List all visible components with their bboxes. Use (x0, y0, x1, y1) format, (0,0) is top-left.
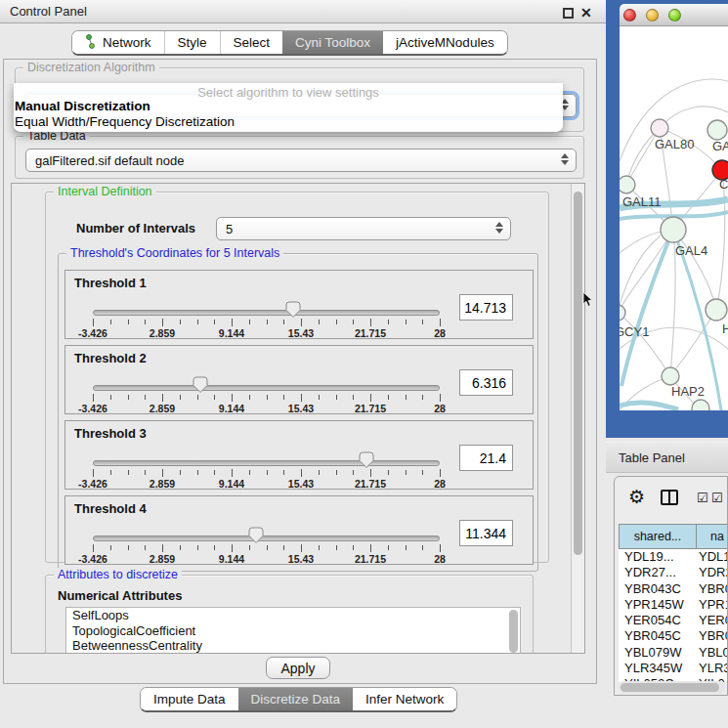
close-traffic-light[interactable] (623, 9, 636, 21)
slider-track[interactable] (93, 535, 440, 541)
attribute-list-item[interactable]: BetweennessCentrality (66, 638, 520, 654)
tick-mark (301, 469, 302, 477)
tick-mark (197, 545, 198, 550)
tick-mark (336, 470, 337, 475)
tab-select[interactable]: Select (220, 31, 283, 54)
algorithm-option-equal-width[interactable]: Equal Width/Frequency Discretization (14, 114, 563, 130)
threshold-value-input[interactable] (459, 369, 513, 396)
minimize-traffic-light[interactable] (646, 9, 659, 21)
table-row[interactable]: YPR145WYPR1 (619, 597, 728, 613)
table-hscrollbar-thumb[interactable] (621, 683, 719, 692)
scrollpane-vscrollbar[interactable] (571, 184, 584, 653)
tick-label: 9.144 (219, 478, 244, 490)
table-hscrollbar[interactable] (619, 681, 725, 694)
threshold-value-input[interactable] (459, 520, 513, 546)
table-row[interactable]: YLR345WYLR3 (619, 661, 728, 676)
float-window-icon[interactable] (563, 8, 574, 19)
network-node-HAP2[interactable] (662, 367, 679, 385)
cell-shared-name: YPR145W (619, 597, 699, 613)
slider-track[interactable] (93, 310, 440, 316)
cell-shared-name: YLR345W (619, 661, 699, 676)
checkbox-icon[interactable]: ☑ (711, 491, 723, 505)
tick-mark (353, 395, 354, 400)
list-scrollbar-thumb[interactable] (509, 610, 518, 653)
network-node-top-right-node[interactable] (707, 120, 727, 140)
mouse-cursor (582, 292, 594, 312)
split-view-icon[interactable] (661, 490, 678, 505)
attribute-list-item[interactable]: TopologicalCoefficient (66, 623, 520, 639)
close-icon[interactable]: ✕ (580, 5, 592, 21)
network-edge-highlighted[interactable] (621, 230, 673, 386)
table-data-combobox[interactable]: galFiltered.sif default node (25, 149, 577, 172)
column-header-name[interactable]: na (697, 524, 728, 549)
algorithm-option-manual[interactable]: Manual Discretization (14, 99, 563, 114)
network-edge-highlighted[interactable] (620, 403, 678, 409)
tick-mark (370, 319, 371, 326)
table-row[interactable]: YDL19...YDL1 (619, 549, 728, 565)
table-row[interactable]: YDR27...YDR2 (619, 565, 728, 580)
tick-mark (128, 395, 129, 400)
tick-mark (319, 545, 320, 550)
tab-style-label: Style (178, 35, 207, 50)
tick-mark (336, 545, 337, 550)
attribute-list-item[interactable]: SelfLoops (66, 608, 520, 623)
interval-definition-group: Interval Definition Number of Intervals … (45, 192, 549, 563)
tab-network-label: Network (103, 35, 151, 50)
numerical-attributes-list: SelfLoopsTopologicalCoefficientBetweenne… (65, 607, 521, 654)
tab-style[interactable]: Style (164, 31, 220, 54)
table-row[interactable]: YBR043CYBR0 (619, 581, 728, 597)
tab-jactivemnodules[interactable]: jActiveMNodules (383, 31, 507, 54)
slider-track[interactable] (93, 385, 440, 391)
discretization-algorithm-group-title: Discretization Algorithm (23, 61, 159, 74)
tab-cyni-toolbox[interactable]: Cyni Toolbox (282, 31, 383, 54)
network-node-GAL4[interactable] (661, 217, 686, 242)
tick-mark (232, 394, 233, 402)
network-canvas[interactable]: GAL80GALCGAL11GAL4GCY1HHAP2 (620, 26, 728, 410)
slider-thumb[interactable] (285, 301, 301, 319)
slider-thumb[interactable] (193, 376, 208, 394)
slider-thumb[interactable] (359, 451, 374, 469)
zoom-traffic-light[interactable] (668, 9, 681, 21)
slider-track[interactable] (93, 460, 440, 466)
network-node-GAL11[interactable] (620, 176, 635, 193)
tick-label: 2.859 (150, 327, 175, 339)
tick-label: 2.859 (150, 553, 175, 565)
tab-jactivemnodules-label: jActiveMNodules (396, 35, 494, 50)
tab-select-label: Select (234, 35, 271, 50)
table-row[interactable]: YBL079WYBL0 (619, 645, 728, 661)
gear-icon[interactable]: ⚙ (628, 486, 645, 508)
tick-mark (440, 319, 441, 326)
table-row[interactable]: YBR045CYBR0 (619, 628, 728, 644)
cell-shared-name: YER054C (619, 613, 699, 628)
threshold-value-input[interactable] (459, 445, 513, 471)
tick-mark (406, 545, 407, 550)
tab-impute-data[interactable]: Impute Data (141, 688, 238, 710)
slider-thumb[interactable] (248, 527, 264, 544)
threshold-value-input[interactable] (459, 294, 513, 321)
slider-zone: -3.4262.8599.14415.4321.71528 (93, 496, 440, 566)
checkbox-icon[interactable]: ☑ (697, 491, 708, 505)
number-of-intervals-combobox[interactable]: 5 (216, 217, 511, 240)
tab-network[interactable]: Network (72, 31, 164, 54)
algorithm-popup-hint: Select algorithm to view settings (14, 83, 563, 99)
tab-discretize-data[interactable]: Discretize Data (238, 688, 354, 710)
tick-mark (422, 470, 423, 475)
tick-label: 21.715 (355, 478, 386, 490)
network-node-right-node[interactable] (706, 299, 727, 321)
table-row[interactable]: YER054CYER0 (619, 613, 728, 628)
slider-zone: -3.4262.8599.14415.4321.71528 (93, 346, 440, 415)
tick-mark (440, 469, 441, 477)
node-table-header: shared... na (619, 524, 728, 549)
control-panel-title: Control Panel (10, 4, 87, 19)
apply-button[interactable]: Apply (266, 657, 330, 679)
tick-mark (406, 395, 407, 400)
scrollpane-vscrollbar-thumb[interactable] (574, 192, 582, 555)
network-node-bottom-node[interactable] (692, 400, 709, 410)
network-window-titlebar[interactable] (620, 4, 728, 26)
network-node-GAL80[interactable] (651, 119, 668, 137)
column-header-shared[interactable]: shared... (619, 524, 697, 549)
tick-mark (232, 319, 233, 326)
tab-infer-network[interactable]: Infer Network (353, 688, 456, 710)
tick-mark (145, 320, 146, 324)
tick-mark (214, 320, 215, 324)
